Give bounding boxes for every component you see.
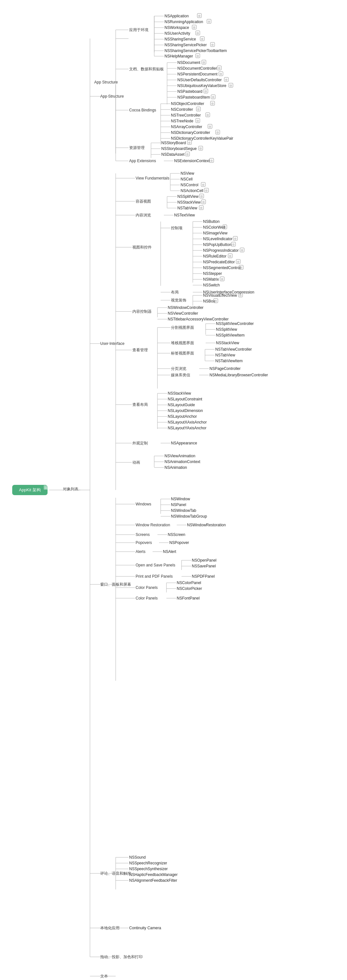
- svg-text:NSLayoutDimension: NSLayoutDimension: [168, 409, 203, 413]
- svg-text:⊡: ⊡: [225, 78, 228, 81]
- svg-text:⊡: ⊡: [197, 119, 199, 123]
- svg-text:NSUserActivity: NSUserActivity: [164, 31, 190, 36]
- svg-text:NSViewAnimation: NSViewAnimation: [164, 454, 195, 458]
- svg-text:NSSharingService: NSSharingService: [164, 37, 196, 41]
- svg-text:⊡: ⊡: [237, 261, 239, 263]
- svg-text:资源管理: 资源管理: [129, 145, 145, 150]
- svg-text:⊡: ⊡: [202, 183, 204, 186]
- svg-text:NSSpeechSynthesizer: NSSpeechSynthesizer: [129, 867, 168, 871]
- svg-text:NSRuleEditor: NSRuleEditor: [203, 254, 226, 258]
- svg-text:Screens: Screens: [135, 532, 150, 537]
- svg-text:⊡: ⊡: [197, 32, 199, 35]
- svg-text:NSActionCell: NSActionCell: [181, 188, 204, 193]
- svg-text:Color Panels: Color Panels: [135, 596, 158, 600]
- svg-text:NSTabView: NSTabView: [177, 206, 197, 210]
- svg-text:AppKit 架构: AppKit 架构: [19, 487, 41, 492]
- svg-text:⊡: ⊡: [216, 131, 219, 134]
- svg-text:NSPanel: NSPanel: [171, 503, 186, 507]
- svg-text:NSAnimation: NSAnimation: [164, 465, 187, 470]
- svg-text:⊡: ⊡: [218, 67, 220, 70]
- svg-text:NSApplication: NSApplication: [164, 14, 189, 18]
- svg-text:NSSegmentedControl: NSSegmentedControl: [203, 266, 240, 270]
- svg-text:Popovers: Popovers: [135, 541, 152, 545]
- svg-text:NSDictionaryController: NSDictionaryController: [171, 130, 210, 135]
- svg-text:NSSplitView: NSSplitView: [216, 327, 237, 332]
- svg-text:⊡: ⊡: [203, 61, 205, 64]
- svg-text:布局: 布局: [171, 290, 179, 294]
- svg-text:视图和控件: 视图和控件: [132, 245, 152, 250]
- svg-text:NSHapticFeedbackManager: NSHapticFeedbackManager: [129, 872, 178, 877]
- svg-text:NSMediaLibraryBrowserControlle: NSMediaLibraryBrowserController: [210, 373, 268, 377]
- svg-text:NSWindowTabGroup: NSWindowTabGroup: [171, 514, 207, 519]
- svg-text:⊡: ⊡: [212, 43, 214, 46]
- svg-text:Color Panels: Color Panels: [135, 585, 158, 590]
- svg-text:NSProgressIndicator: NSProgressIndicator: [203, 248, 239, 253]
- svg-text:NSTreeController: NSTreeController: [171, 113, 201, 118]
- svg-text:NSVisualEffectView: NSVisualEffectView: [203, 293, 237, 298]
- svg-text:⊡: ⊡: [234, 237, 237, 240]
- svg-text:标签视图界面: 标签视图界面: [170, 351, 194, 355]
- svg-text:Print and PDF Panels: Print and PDF Panels: [135, 574, 172, 579]
- svg-text:⊡: ⊡: [205, 189, 208, 192]
- svg-text:NSPDFPanel: NSPDFPanel: [192, 574, 215, 579]
- svg-text:NSSound: NSSound: [129, 855, 146, 859]
- svg-text:⊡: ⊡: [232, 243, 234, 246]
- svg-text:NSColorWell: NSColorWell: [203, 225, 225, 229]
- svg-text:视觉装饰: 视觉装饰: [171, 298, 186, 302]
- svg-text:NSTabViewItem: NSTabViewItem: [215, 359, 243, 363]
- svg-text:⊡: ⊡: [220, 73, 222, 75]
- svg-text:View Fundamentals: View Fundamentals: [135, 176, 169, 180]
- svg-text:⊡: ⊡: [199, 147, 202, 150]
- page: AppKit 架构 ⊡ 对象列表 App Structure 应用于环境 NSA…: [0, 0, 347, 980]
- svg-text:NSFontPanel: NSFontPanel: [177, 596, 199, 600]
- svg-text:动画: 动画: [132, 460, 140, 465]
- svg-text:NSPageController: NSPageController: [210, 366, 240, 371]
- svg-text:NSStoryboardSegue: NSStoryboardSegue: [161, 146, 197, 151]
- svg-text:查看布局: 查看布局: [132, 402, 148, 407]
- svg-text:NSBox: NSBox: [203, 299, 215, 304]
- svg-text:Open and Save Panels: Open and Save Panels: [135, 563, 175, 567]
- svg-text:⊡: ⊡: [221, 278, 223, 281]
- svg-text:NSController: NSController: [171, 107, 193, 112]
- svg-text:控制项: 控制项: [171, 226, 183, 230]
- svg-text:⊡: ⊡: [212, 102, 214, 105]
- svg-text:NSPasteboard: NSPasteboard: [177, 89, 202, 94]
- svg-text:NSMatrix: NSMatrix: [203, 277, 219, 282]
- svg-text:NSColorPicker: NSColorPicker: [177, 586, 202, 591]
- svg-text:内容控制器: 内容控制器: [132, 309, 152, 314]
- svg-text:NSWindow: NSWindow: [171, 497, 190, 501]
- svg-text:NSExtensionContext: NSExtensionContext: [174, 159, 210, 163]
- svg-text:⊡: ⊡: [208, 20, 210, 23]
- svg-text:NSObjectController: NSObjectController: [171, 102, 204, 106]
- svg-text:NSUserDefaultsController: NSUserDefaultsController: [177, 78, 222, 82]
- svg-text:NSOpenPanel: NSOpenPanel: [192, 558, 216, 563]
- svg-text:NSAnimationContext: NSAnimationContext: [164, 460, 201, 464]
- svg-text:外观定制: 外观定制: [132, 441, 148, 445]
- svg-text:NSTitlebarAccessoryViewControl: NSTitlebarAccessoryViewController: [168, 317, 228, 321]
- svg-text:NSSavePanel: NSSavePanel: [192, 564, 216, 568]
- svg-text:NSTabViewController: NSTabViewController: [215, 347, 252, 352]
- svg-text:⊡: ⊡: [239, 294, 242, 297]
- svg-text:NSWindowController: NSWindowController: [168, 305, 204, 310]
- svg-text:NSDataAsset: NSDataAsset: [161, 152, 185, 157]
- svg-text:Cocoa Bindings: Cocoa Bindings: [129, 108, 156, 112]
- svg-text:NSSwitch: NSSwitch: [203, 283, 220, 287]
- svg-text:NSLayoutAnchor: NSLayoutAnchor: [168, 414, 197, 419]
- svg-text:NSLayoutXAxisAnchor: NSLayoutXAxisAnchor: [168, 420, 207, 425]
- svg-text:文档、数据和剪贴板: 文档、数据和剪贴板: [129, 67, 164, 71]
- svg-text:NSWindowRestoration: NSWindowRestoration: [187, 523, 226, 527]
- svg-text:NSSplitViewController: NSSplitViewController: [216, 321, 254, 326]
- svg-text:⊡: ⊡: [205, 90, 207, 93]
- svg-text:⊡: ⊡: [224, 226, 226, 229]
- svg-text:NSAlert: NSAlert: [163, 549, 177, 554]
- svg-text:NSStepper: NSStepper: [203, 271, 222, 276]
- svg-text:⊡: ⊡: [188, 141, 191, 144]
- svg-text:NSTextView: NSTextView: [174, 213, 195, 217]
- svg-text:⊡: ⊡: [240, 266, 242, 269]
- svg-text:NSPredicateEditor: NSPredicateEditor: [203, 260, 235, 264]
- svg-text:分页浏览: 分页浏览: [171, 366, 186, 371]
- svg-text:⊡: ⊡: [230, 84, 232, 87]
- svg-text:NSLevelIndicator: NSLevelIndicator: [203, 237, 232, 241]
- svg-text:⊡: ⊡: [197, 54, 199, 57]
- svg-text:NSView: NSView: [181, 171, 194, 176]
